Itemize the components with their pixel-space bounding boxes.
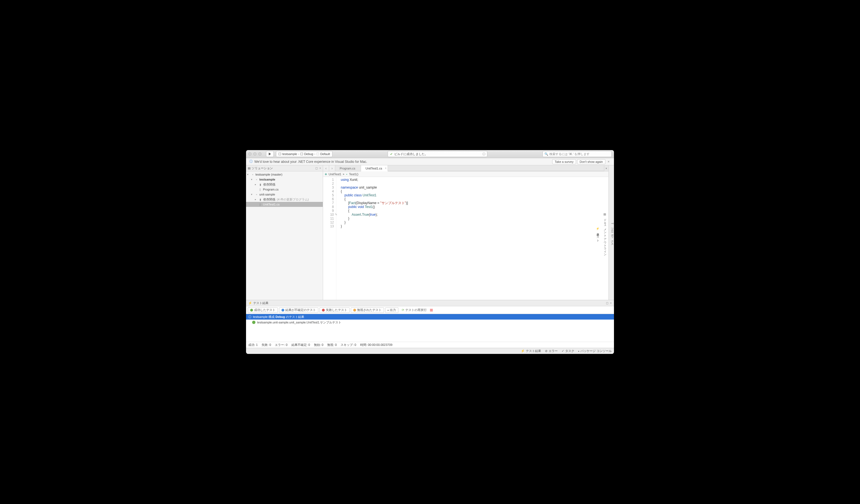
info-icon[interactable]: ⓘ: [482, 152, 485, 156]
line-number: 9: [323, 209, 334, 213]
close-window-icon[interactable]: [248, 152, 252, 155]
line-number: 4: [323, 189, 334, 193]
nav-forward-button[interactable]: ›: [329, 165, 335, 171]
solution-tree[interactable]: ▾ ▫ testsample (master) ▾ ▫ testsample ▸…: [246, 172, 323, 300]
check-icon: ✓: [562, 349, 564, 353]
test-results-list[interactable]: ⓘ testsample 構成 Debug のテスト結果 testsample.…: [246, 314, 614, 342]
tree-dependencies[interactable]: ▸ ▮ 依存関係 (4 件の更新プログラム): [246, 197, 323, 202]
run-button[interactable]: [266, 151, 274, 157]
code-content[interactable]: using Xunit; namespace unit_sample{ publ…: [336, 177, 408, 300]
info-banner: ⓘ We'd love to hear about your .NET Core…: [246, 158, 614, 165]
status-errors-button[interactable]: ⊘エラー: [545, 349, 558, 353]
main-area: ▤ ソリューション ◻ × ▾ ▫ testsample (master) ▾ …: [246, 165, 614, 300]
summary-skip: スキップ: 0: [341, 343, 356, 347]
breadcrumb-method: Test1(): [349, 173, 359, 176]
solution-panel-header: ▤ ソリューション ◻ ×: [246, 165, 323, 172]
disclosure-icon[interactable]: ▾: [251, 193, 254, 196]
ide-window: testsample › Debug › Default ✔ ビルドに成功しまし…: [246, 150, 614, 354]
tree-project-unit-sample[interactable]: ▾ ▫ unit-sample: [246, 192, 323, 197]
take-survey-button[interactable]: Take a survey: [552, 159, 576, 164]
dont-show-again-button[interactable]: Don't show again: [577, 159, 605, 164]
success-check-icon: ✔: [390, 152, 392, 156]
toolbar: testsample › Debug › Default ✔ ビルドに成功しまし…: [246, 150, 614, 158]
folder-icon: ▮: [258, 183, 262, 186]
code-editor[interactable]: 1 2 3 4 5 6 7 8 9 10 11 12 13 using Xuni…: [323, 177, 608, 300]
banner-message: We'd love to hear about your .NET Core e…: [254, 160, 367, 164]
stop-tests-button[interactable]: [430, 309, 433, 312]
output-button[interactable]: ▪出力: [385, 307, 398, 313]
class-icon: ◈: [325, 172, 327, 176]
target-name: Default: [320, 152, 330, 155]
line-number: 3: [323, 186, 334, 189]
close-banner-icon[interactable]: ×: [606, 160, 611, 164]
filter-ignored-button[interactable]: 無視されたテスト: [351, 307, 384, 313]
status-package-console-button[interactable]: ▪パッケージ コンソール: [578, 349, 612, 353]
outline-icon: ▤: [603, 213, 606, 216]
tab-label: UnitTest1.cs: [366, 167, 382, 170]
search-input[interactable]: 🔍 検索するには '⌘.' を押します: [543, 151, 612, 157]
line-number: 1: [323, 178, 334, 182]
solution-icon: ▤: [248, 166, 250, 170]
disclosure-icon[interactable]: ▾: [247, 173, 250, 176]
close-panel-icon[interactable]: ×: [319, 166, 321, 170]
disclosure-icon[interactable]: ▸: [255, 198, 258, 201]
summary-success: 成功: 1: [248, 343, 258, 347]
target-icon: [316, 152, 319, 155]
close-panel-icon[interactable]: ×: [610, 301, 612, 305]
tree-dependencies[interactable]: ▸ ▮ 依存関係: [246, 182, 323, 187]
tab-program[interactable]: Program.cs: [335, 165, 361, 171]
editor-tabbar: ‹ › Program.cs UnitTest1.cs × ▾: [323, 165, 608, 172]
config-icon: [300, 152, 303, 155]
tree-solution-root[interactable]: ▾ ▫ testsample (master): [246, 172, 323, 177]
info-icon: ⓘ: [248, 315, 251, 319]
svg-rect-2: [301, 153, 303, 155]
chevron-right-icon: ›: [314, 152, 315, 155]
rerun-tests-button[interactable]: ⟳ テストの再実行: [402, 308, 427, 312]
filter-success-button[interactable]: 成功したテスト: [248, 307, 278, 313]
tree-project-testsample[interactable]: ▾ ▫ testsample: [246, 177, 323, 182]
config-name: Debug: [304, 152, 313, 155]
test-results-summary-row[interactable]: ⓘ testsample 構成 Debug のテスト結果: [246, 314, 614, 320]
test-results-panel: ⚡ テスト結果 ◻ × 成功したテスト 結果が不確定のテスト 失敗したテスト 無…: [246, 300, 614, 348]
line-number: 6: [323, 197, 334, 201]
summary-invalid: 無効: 0: [314, 343, 323, 347]
doc-outline-tab[interactable]: ▤ドキュメント アウトライン: [603, 211, 607, 256]
tab-unittest1[interactable]: UnitTest1.cs ×: [361, 165, 388, 172]
success-dot-icon: [250, 309, 253, 312]
tab-overflow-button[interactable]: ▾: [604, 165, 608, 171]
toolbox-icon: T: [611, 223, 614, 224]
error-icon: ⊘: [545, 349, 547, 353]
dock-icon[interactable]: ◻: [315, 166, 318, 170]
tree-file-unittest1[interactable]: ▯ UnitTest1.cs: [246, 202, 323, 207]
close-tab-icon[interactable]: ×: [385, 167, 387, 170]
tree-label: testsample (master): [256, 173, 282, 176]
zoom-window-icon[interactable]: [258, 152, 261, 155]
project-icon: ▫: [255, 178, 258, 181]
breadcrumb-bar[interactable]: ◈ UnitTest1 ▸ ▪ Test1(): [323, 172, 608, 177]
summary-ignored: 無視: 0: [327, 343, 336, 347]
dock-icon[interactable]: ◻: [606, 301, 608, 305]
chevron-right-icon: ▸: [343, 172, 345, 176]
line-number: 5: [323, 193, 334, 197]
result-header-text: testsample 構成 Debug のテスト結果: [253, 315, 304, 319]
bolt-icon: ⚡: [248, 301, 252, 305]
disclosure-icon[interactable]: ▸: [255, 183, 258, 186]
status-tests-button[interactable]: ⚡テスト結果: [521, 349, 541, 353]
filter-failed-button[interactable]: 失敗したテスト: [319, 307, 350, 313]
panel-title: テスト結果: [253, 301, 269, 305]
filter-inconclusive-button[interactable]: 結果が不確定のテスト: [279, 307, 318, 313]
line-number: 2: [323, 182, 334, 186]
test-result-row[interactable]: testsample.unit-sample.unit_sample.UnitT…: [246, 320, 614, 325]
tree-file-program[interactable]: ▯ Program.cs: [246, 187, 323, 192]
nav-back-button[interactable]: ‹: [323, 165, 329, 171]
target-selector[interactable]: testsample › Debug › Default: [276, 151, 332, 157]
unit-test-tab[interactable]: ⚡単体テスト: [596, 226, 600, 241]
line-number: 7: [323, 201, 334, 205]
tree-label: testsample: [259, 178, 275, 181]
failed-dot-icon: [322, 309, 325, 312]
toolbox-tab[interactable]: Tツールボックス: [610, 222, 614, 245]
minimize-window-icon[interactable]: [253, 152, 257, 155]
folder-icon: ▮: [258, 198, 262, 201]
status-tasks-button[interactable]: ✓タスク: [562, 349, 574, 353]
disclosure-icon[interactable]: ▾: [251, 178, 254, 181]
